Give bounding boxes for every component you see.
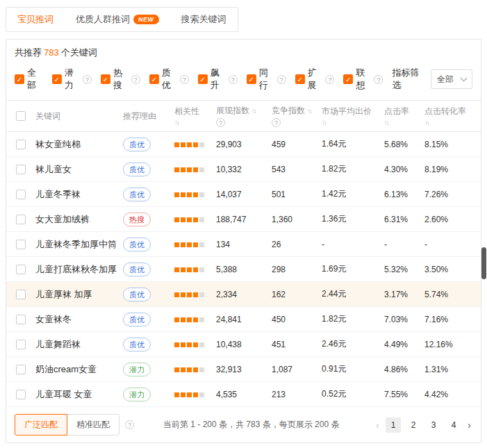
cvr-cell: 2.60% [424, 215, 480, 224]
column-competition[interactable]: 竞争指数↑↓ ? [272, 105, 322, 127]
tab-label: 搜索关键词 [181, 13, 226, 26]
filter-quality[interactable]: ✓ 质优 ? [149, 67, 189, 92]
sort-icon[interactable]: ↑↓ [384, 119, 388, 126]
page-button-1[interactable]: 1 [386, 417, 401, 433]
relevance-bars [174, 192, 204, 197]
reason-tag: 质优 [123, 188, 151, 201]
table-row[interactable]: 奶油cream女童 潜力 32,913 1,087 0.91元 4.86% 1.… [6, 357, 481, 382]
filter-all[interactable]: ✓ 全部 [15, 67, 43, 92]
row-checkbox[interactable] [16, 340, 26, 349]
select-all-checkbox[interactable] [16, 111, 26, 121]
avg-price-cell: - [322, 240, 384, 249]
competition-cell: 1,087 [272, 365, 322, 374]
table-row[interactable]: 儿童打底袜秋冬加厚 质优 5,388 298 1.69元 5.32% 3.50% [6, 257, 481, 282]
cvr-cell: 3.50% [424, 265, 480, 274]
match-type-group: 广泛匹配 精准匹配 [15, 414, 119, 435]
broad-match-button[interactable]: 广泛匹配 [15, 414, 67, 435]
metric-select[interactable]: 全部 [431, 69, 472, 89]
filter-label: 联想 [356, 67, 371, 92]
filter-label: 同行 [259, 67, 274, 92]
sort-icon[interactable]: ↑↓ [322, 119, 326, 126]
checkbox-checked-icon[interactable]: ✓ [52, 74, 62, 84]
checkbox-checked-icon[interactable]: ✓ [247, 74, 256, 84]
filter-label: 热搜 [113, 67, 129, 92]
checkbox-checked-icon[interactable]: ✓ [198, 74, 208, 84]
table-row[interactable]: 女大童加绒裤 热搜 188,747 1,360 1.36元 6.31% 2.60… [6, 207, 481, 232]
sort-icon[interactable]: ↑↓ [424, 119, 429, 126]
relevance-bars [174, 317, 204, 322]
tab-item-promote[interactable]: 宝贝推词 [6, 8, 65, 31]
relevance-bars [174, 242, 204, 247]
next-page-button[interactable]: › [466, 417, 472, 433]
sort-icon[interactable]: ↑↓ [174, 119, 179, 126]
filter-rising[interactable]: ✓ 飙升 ? [198, 67, 238, 92]
info-icon[interactable]: ? [229, 75, 238, 84]
table-row[interactable]: 袜儿童女 质优 10,332 543 1.82元 4.30% 8.19% [6, 157, 481, 182]
row-checkbox[interactable] [16, 240, 26, 249]
exact-match-button[interactable]: 精准匹配 [67, 414, 119, 435]
page-info: 当前第 1 - 200 条，共 783 条，每页展示 200 条 [163, 419, 339, 431]
row-checkbox[interactable] [16, 190, 26, 199]
table-row[interactable]: 袜女童纯棉 质优 29,903 459 1.64元 5.68% 8.15% [6, 132, 481, 157]
info-icon[interactable]: ? [374, 75, 383, 84]
row-checkbox[interactable] [16, 365, 26, 374]
table-row[interactable]: 女童袜冬 质优 24,841 450 1.82元 7.03% 7.16% [6, 307, 481, 332]
row-checkbox[interactable] [16, 290, 26, 299]
filter-expand[interactable]: ✓ 扩展 ? [295, 67, 335, 92]
info-icon[interactable]: ? [125, 420, 134, 429]
competition-cell: 501 [272, 190, 322, 199]
tab-search-keyword[interactable]: 搜索关键词 [170, 8, 238, 31]
row-checkbox[interactable] [16, 140, 26, 149]
table-row[interactable]: 儿童袜冬季加厚中筒 质优 134 26 - - - [6, 232, 481, 257]
row-checkbox[interactable] [16, 165, 26, 174]
ctr-cell: 4.30% [384, 165, 424, 174]
page-button-4[interactable]: 4 [446, 417, 461, 433]
table-row-highlighted[interactable]: 儿童厚袜 加厚 质优 2,334 162 2.44元 3.17% 5.74% [6, 282, 481, 307]
column-avg-price[interactable]: 市场平均出价 ↑↓ [322, 106, 384, 126]
filter-potential[interactable]: ✓ 潜力 ? [52, 67, 92, 92]
avg-price-cell: 1.82元 [322, 313, 384, 325]
info-icon[interactable]: ? [131, 75, 140, 84]
page-button-3[interactable]: 3 [426, 417, 441, 433]
info-icon[interactable]: ? [180, 75, 189, 84]
metric-select-value: 全部 [437, 74, 454, 85]
info-icon[interactable]: ? [272, 118, 281, 127]
column-impressions[interactable]: 展现指数↑↓ ? [216, 105, 272, 127]
filter-hot[interactable]: ✓ 热搜 ? [101, 67, 140, 92]
reason-tag: 质优 [123, 138, 151, 151]
filter-row: ✓ 全部 ✓ 潜力 ? ✓ 热搜 ? ✓ 质优 ? ✓ 飙升 ? [6, 60, 481, 100]
row-checkbox[interactable] [16, 315, 26, 324]
info-icon[interactable]: ? [277, 75, 286, 84]
checkbox-checked-icon[interactable]: ✓ [15, 74, 24, 84]
row-checkbox[interactable] [16, 265, 26, 274]
table-row[interactable]: 儿童耳暖 女童 潜力 4,535 213 0.52元 7.55% 4.42% [6, 382, 481, 407]
filter-label: 潜力 [65, 67, 80, 92]
sort-icon[interactable]: ↑↓ [307, 107, 311, 115]
tab-crowd-promote[interactable]: 优质人群推词 NEW [65, 8, 170, 31]
filter-associate[interactable]: ✓ 联想 ? [343, 67, 383, 92]
sort-icon[interactable]: ↑↓ [251, 107, 256, 115]
page-button-2[interactable]: 2 [406, 417, 421, 433]
checkbox-checked-icon[interactable]: ✓ [149, 74, 159, 84]
info-icon[interactable]: ? [83, 75, 92, 84]
info-icon[interactable]: ? [325, 75, 334, 84]
checkbox-checked-icon[interactable]: ✓ [343, 74, 353, 84]
table-row[interactable]: 儿童舞蹈袜 质优 10,438 451 2.46元 4.49% 12.16% [6, 332, 481, 357]
keyword-promotion-page: 宝贝推词 优质人群推词 NEW 搜索关键词 共推荐783个关键词 ✓ 全部 ✓ … [0, 0, 487, 448]
table-row[interactable]: 儿童冬季袜 质优 14,037 501 1.42元 6.13% 7.26% [6, 182, 481, 207]
column-cvr[interactable]: 点击转化率 ↑↓ [424, 106, 480, 126]
row-checkbox[interactable] [16, 390, 26, 399]
column-relevance[interactable]: 相关性 ↑↓ [174, 106, 216, 126]
ctr-cell: 6.13% [384, 190, 424, 199]
ctr-cell: 7.55% [384, 390, 424, 399]
tab-label: 优质人群推词 [76, 13, 130, 26]
checkbox-checked-icon[interactable]: ✓ [101, 74, 110, 84]
scrollbar-thumb[interactable] [481, 247, 486, 279]
filter-peer[interactable]: ✓ 同行 ? [247, 67, 286, 92]
row-checkbox[interactable] [16, 215, 26, 224]
prev-page-button[interactable]: ‹ [374, 417, 381, 433]
info-icon[interactable]: ? [216, 118, 225, 127]
column-keyword: 关键词 [35, 110, 123, 122]
column-ctr[interactable]: 点击率 ↑↓ [384, 106, 424, 126]
checkbox-checked-icon[interactable]: ✓ [295, 74, 305, 84]
